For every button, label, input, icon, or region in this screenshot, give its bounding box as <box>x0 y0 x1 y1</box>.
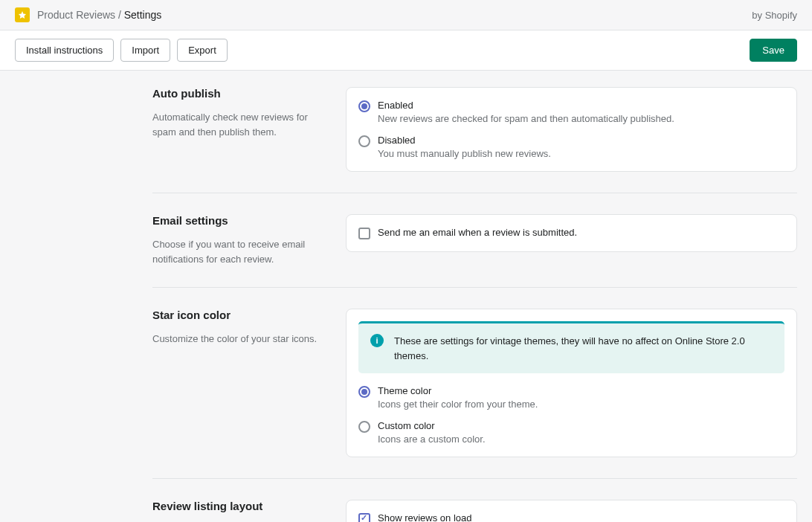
export-button[interactable]: Export <box>177 39 228 62</box>
theme-color-label: Theme color <box>378 385 538 396</box>
radio-icon <box>358 135 370 147</box>
breadcrumb-separator: / <box>115 9 124 21</box>
radio-enabled[interactable]: Enabled New reviews are checked for spam… <box>358 100 784 124</box>
theme-color-desc: Icons get their color from your theme. <box>378 399 538 410</box>
section-star-color: Star icon color Customize the color of y… <box>152 288 797 479</box>
send-email-label: Send me an email when a review is submit… <box>378 227 577 238</box>
radio-enabled-desc: New reviews are checked for spam and the… <box>378 113 674 124</box>
checkbox-icon <box>358 228 370 239</box>
radio-theme-color[interactable]: Theme color Icons get their color from y… <box>358 385 784 410</box>
auto-publish-title: Auto publish <box>152 87 331 100</box>
checkbox-send-email[interactable]: Send me an email when a review is submit… <box>358 227 784 239</box>
email-title: Email settings <box>152 214 331 227</box>
section-email: Email settings Choose if you want to rec… <box>152 193 797 288</box>
info-banner: i These are settings for vintage themes,… <box>358 321 784 373</box>
radio-disabled[interactable]: Disabled You must manually publish new r… <box>358 135 784 159</box>
section-review-layout: Review listing layout Customize how your… <box>152 479 797 522</box>
star-card: i These are settings for vintage themes,… <box>346 309 797 457</box>
star-desc: Customize the color of your star icons. <box>152 332 331 347</box>
checkbox-icon <box>358 513 370 522</box>
app-header: Product Reviews / Settings by Shopify <box>0 0 812 30</box>
radio-icon <box>358 386 370 398</box>
auto-publish-desc: Automatically check new reviews for spam… <box>152 110 331 139</box>
toolbar: Install instructions Import Export Save <box>0 30 812 71</box>
breadcrumb-current: Settings <box>124 9 162 21</box>
install-instructions-button[interactable]: Install instructions <box>15 39 114 62</box>
show-reviews-label: Show reviews on load <box>378 512 642 522</box>
section-auto-publish: Auto publish Automatically check new rev… <box>152 71 797 193</box>
star-title: Star icon color <box>152 309 331 321</box>
auto-publish-card: Enabled New reviews are checked for spam… <box>346 87 797 172</box>
radio-disabled-label: Disabled <box>378 135 551 146</box>
radio-enabled-label: Enabled <box>378 100 674 111</box>
breadcrumb-parent[interactable]: Product Reviews <box>37 9 115 21</box>
save-button[interactable]: Save <box>750 39 797 62</box>
by-shopify-label: by Shopify <box>752 10 797 21</box>
email-card: Send me an email when a review is submit… <box>346 214 797 252</box>
breadcrumb: Product Reviews / Settings <box>37 9 161 21</box>
radio-disabled-desc: You must manually publish new reviews. <box>378 148 551 159</box>
banner-text: These are settings for vintage themes, t… <box>394 334 773 363</box>
checkbox-show-reviews[interactable]: Show reviews on load The reviews for pro… <box>358 512 784 522</box>
custom-color-desc: Icons are a custom color. <box>378 434 486 445</box>
custom-color-label: Custom color <box>378 420 486 431</box>
info-icon: i <box>370 334 384 347</box>
radio-icon <box>358 421 370 433</box>
layout-card: Show reviews on load The reviews for pro… <box>346 500 797 522</box>
radio-custom-color[interactable]: Custom color Icons are a custom color. <box>358 420 784 445</box>
star-icon <box>15 7 30 22</box>
email-desc: Choose if you want to receive email noti… <box>152 237 331 266</box>
settings-content: Auto publish Automatically check new rev… <box>0 71 812 522</box>
import-button[interactable]: Import <box>120 39 170 62</box>
radio-icon <box>358 100 370 112</box>
layout-title: Review listing layout <box>152 500 331 512</box>
